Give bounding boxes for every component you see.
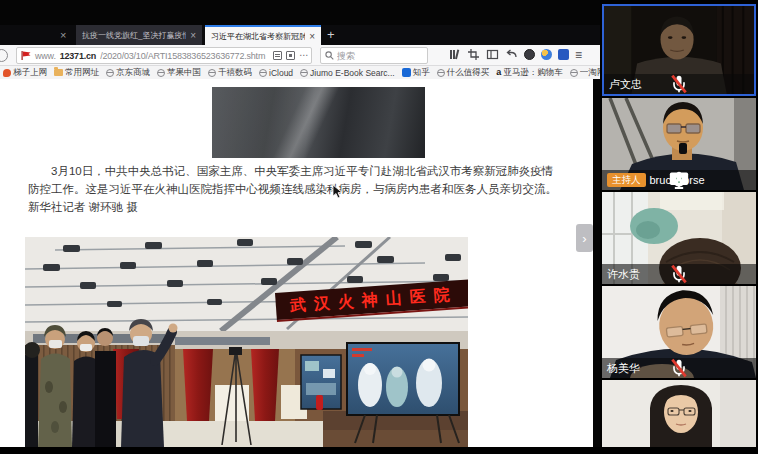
participant-name-bar: 卢文忠: [604, 74, 754, 94]
library-icon[interactable]: [448, 48, 461, 61]
participant-tile[interactable]: 卢文忠: [602, 4, 756, 96]
reader-mode-icon[interactable]: [273, 51, 282, 60]
fire-extinguisher: [316, 395, 323, 410]
close-icon[interactable]: ×: [190, 30, 196, 41]
meeting-window: × 抗疫一线党旗红_坚决打赢疫情防控阻 × 习近平在湖北省考察新冠肺炎疫情防控 …: [0, 0, 758, 454]
article-caption: 3月10日，中共中央总书记、国家主席、中央军委主席习近平专门赴湖北省武汉市考察新…: [28, 162, 564, 216]
bookmark-label: 亚马逊：购物车: [503, 67, 563, 79]
mouse-cursor-icon: [332, 184, 344, 200]
close-icon[interactable]: ×: [60, 28, 66, 42]
webpage-content: 3月10日，中共中央总书记、国家主席、中央军委主席习近平专门赴湖北省武汉市考察新…: [0, 79, 593, 447]
bookmark-item[interactable]: 知乎: [402, 67, 430, 79]
globe-icon: [437, 69, 445, 77]
article-photo: 武汉火神山医院: [25, 237, 468, 447]
bookmarks-bar: 梯子上网 常用网址 京东商城 苹果中国 千禧数码 iCloud Jiumo E-…: [0, 66, 600, 79]
participant-tile[interactable]: 杨美华: [602, 286, 756, 378]
bookmark-item[interactable]: iCloud: [259, 68, 293, 78]
bookmark-label: Jiumo E-Book Searc...: [310, 68, 395, 78]
tab-title: 抗疫一线党旗红_坚决打赢疫情防控阻: [82, 30, 186, 41]
bookmark-item[interactable]: a亚马逊：购物车: [496, 67, 563, 79]
mic-muted-icon: [602, 358, 756, 378]
zhihu-icon: [402, 68, 411, 77]
extension-icon[interactable]: [524, 49, 535, 60]
participant-name-bar: 主持人 brucehorse: [602, 170, 756, 190]
bookmark-label: 知乎: [413, 67, 430, 79]
search-icon: [325, 51, 334, 60]
participant-tile[interactable]: 许水贵: [602, 192, 756, 284]
undo-arrow-icon[interactable]: [505, 48, 518, 61]
mic-on-icon: [602, 170, 756, 190]
save-page-icon[interactable]: [286, 51, 295, 60]
bookmark-label: 常用网址: [65, 67, 99, 79]
more-options-icon[interactable]: ⋯: [299, 51, 308, 60]
url-prefix: www.: [35, 51, 56, 61]
bookmark-label: 京东商城: [116, 67, 150, 79]
globe-icon: [259, 69, 267, 77]
reload-icon[interactable]: [0, 49, 8, 62]
new-tab-icon[interactable]: +: [327, 27, 335, 42]
sidebar-toggle-icon[interactable]: [486, 48, 499, 61]
participant-tile[interactable]: [602, 380, 756, 447]
folder-icon: [54, 69, 63, 76]
browser-nav-bar: www.12371.cn/2020/03/10/ARTI158383652363…: [0, 45, 600, 66]
globe-icon: [300, 69, 308, 77]
extension-icon[interactable]: [558, 49, 569, 60]
bookmark-item[interactable]: 梯子上网: [3, 67, 47, 79]
amazon-icon: a: [496, 68, 501, 77]
toolbar-icons: ≡: [448, 48, 582, 61]
bottom-letterbox: [0, 447, 758, 454]
participant-name-bar: 杨美华: [602, 358, 756, 378]
globe-icon: [208, 69, 216, 77]
bookmark-item[interactable]: 京东商城: [106, 67, 150, 79]
bookmark-item[interactable]: 一淘网_高清影视: [570, 67, 600, 79]
mic-muted-icon: [602, 264, 756, 284]
search-input[interactable]: [337, 51, 421, 61]
flame-icon: [3, 69, 11, 77]
menu-icon[interactable]: ≡: [575, 49, 582, 61]
participant-tile[interactable]: 主持人 brucehorse: [602, 98, 756, 190]
collapse-sidebar-button[interactable]: ›: [576, 224, 593, 252]
bookmark-item[interactable]: Jiumo E-Book Searc...: [300, 68, 395, 78]
bookmark-label: 千禧数码: [218, 67, 252, 79]
extension-icon[interactable]: [541, 49, 552, 60]
bookmark-label: 梯子上网: [13, 67, 47, 79]
tab-kangyi[interactable]: 抗疫一线党旗红_坚决打赢疫情防控阻 ×: [76, 25, 202, 45]
article-photo-top-fragment: [212, 87, 425, 158]
search-field[interactable]: [320, 47, 428, 64]
bookmark-item[interactable]: 千禧数码: [208, 67, 252, 79]
shared-screen: × 抗疫一线党旗红_坚决打赢疫情防控阻 × 习近平在湖北省考察新冠肺炎疫情防控 …: [0, 0, 600, 454]
participant-video: [602, 380, 756, 447]
site-favicon-flag-icon: [21, 51, 31, 60]
globe-icon: [570, 69, 578, 77]
url-host: 12371.cn: [60, 51, 96, 61]
bookmark-item[interactable]: 苹果中国: [157, 67, 201, 79]
globe-icon: [106, 69, 114, 77]
tab-xijinping-article[interactable]: 习近平在湖北省考察新冠肺炎疫情防控 ×: [205, 25, 321, 45]
url-path: /2020/03/10/ARTI1583836523636772.shtm: [100, 51, 265, 61]
tab-title: 习近平在湖北省考察新冠肺炎疫情防控: [211, 31, 305, 42]
mic-muted-icon: [604, 74, 754, 94]
bookmark-label: 苹果中国: [167, 67, 201, 79]
screenshot-icon[interactable]: [467, 48, 480, 61]
address-bar[interactable]: www.12371.cn/2020/03/10/ARTI158383652363…: [16, 47, 312, 64]
close-icon[interactable]: ×: [309, 31, 315, 42]
bookmark-folder[interactable]: 常用网址: [54, 67, 99, 79]
bookmark-label: 一淘网_高清影视: [580, 67, 600, 79]
participant-name-bar: 许水贵: [602, 264, 756, 284]
bookmark-label: iCloud: [269, 68, 293, 78]
news-photo-scene: 武汉火神山医院: [25, 237, 468, 447]
globe-icon: [157, 69, 165, 77]
bookmark-item[interactable]: 什么值得买: [437, 67, 490, 79]
participants-panel: 卢文忠 主持人: [600, 0, 758, 454]
bookmark-label: 什么值得买: [447, 67, 490, 79]
